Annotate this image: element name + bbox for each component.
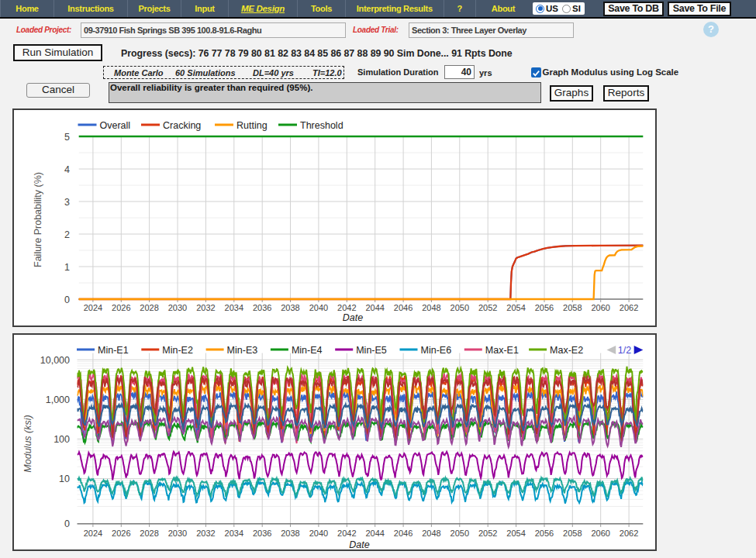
svg-text:2042: 2042 <box>337 529 356 538</box>
svg-text:Failure Probability (%): Failure Probability (%) <box>33 172 43 267</box>
svg-text:2024: 2024 <box>84 529 102 538</box>
svg-text:2: 2 <box>64 229 70 239</box>
svg-text:0: 0 <box>64 294 70 305</box>
svg-text:2040: 2040 <box>309 529 328 538</box>
svg-text:2050: 2050 <box>450 529 469 538</box>
svg-text:2056: 2056 <box>535 529 554 538</box>
svg-text:2042: 2042 <box>337 302 356 312</box>
svg-text:2026: 2026 <box>112 529 130 538</box>
svg-text:Max-E1: Max-E1 <box>485 344 519 355</box>
svg-text:2038: 2038 <box>281 302 299 312</box>
svg-text:4: 4 <box>64 164 70 174</box>
svg-text:5: 5 <box>64 131 70 142</box>
svg-text:2044: 2044 <box>365 529 384 538</box>
svg-text:2058: 2058 <box>563 302 582 312</box>
svg-text:2054: 2054 <box>506 302 525 312</box>
svg-text:2032: 2032 <box>196 529 215 538</box>
svg-text:Min-E4: Min-E4 <box>292 344 323 355</box>
svg-text:2062: 2062 <box>620 529 638 538</box>
svg-text:2032: 2032 <box>196 302 215 312</box>
svg-text:2052: 2052 <box>478 529 497 538</box>
svg-text:2034: 2034 <box>225 302 243 312</box>
svg-text:3: 3 <box>64 196 70 207</box>
svg-text:Min-E1: Min-E1 <box>98 344 129 355</box>
svg-text:Overall: Overall <box>100 119 131 130</box>
svg-text:2046: 2046 <box>394 302 413 312</box>
svg-text:100: 100 <box>54 434 70 445</box>
svg-text:2028: 2028 <box>140 529 158 538</box>
svg-text:Modulus (ksi): Modulus (ksi) <box>22 415 33 472</box>
svg-text:Min-E5: Min-E5 <box>356 344 387 355</box>
svg-text:2052: 2052 <box>478 302 497 312</box>
svg-text:2056: 2056 <box>535 302 554 312</box>
svg-text:2030: 2030 <box>168 529 187 538</box>
svg-text:2034: 2034 <box>225 529 243 538</box>
svg-text:2048: 2048 <box>422 529 440 538</box>
svg-text:Date: Date <box>343 312 363 322</box>
svg-text:2060: 2060 <box>591 529 609 538</box>
svg-text:2058: 2058 <box>563 529 582 538</box>
svg-text:1: 1 <box>64 261 70 272</box>
svg-text:10: 10 <box>59 474 70 484</box>
svg-text:Max-E2: Max-E2 <box>550 344 583 355</box>
svg-text:2062: 2062 <box>620 302 638 312</box>
svg-text:2060: 2060 <box>591 302 609 312</box>
svg-text:2040: 2040 <box>309 302 328 312</box>
svg-text:Rutting: Rutting <box>236 119 268 130</box>
svg-text:Min-E2: Min-E2 <box>162 344 193 355</box>
svg-text:2046: 2046 <box>394 529 413 538</box>
svg-text:2026: 2026 <box>112 302 130 312</box>
svg-text:1/2: 1/2 <box>618 345 631 356</box>
svg-text:2030: 2030 <box>168 302 187 312</box>
svg-text:Cracking: Cracking <box>163 119 201 130</box>
svg-text:Date: Date <box>349 539 369 549</box>
svg-text:Min-E3: Min-E3 <box>227 344 258 355</box>
svg-text:2054: 2054 <box>506 529 525 538</box>
svg-text:Min-E6: Min-E6 <box>421 344 452 355</box>
svg-text:10,000: 10,000 <box>40 354 70 365</box>
svg-text:2050: 2050 <box>450 302 469 312</box>
svg-text:2036: 2036 <box>253 302 271 312</box>
svg-text:2038: 2038 <box>281 529 299 538</box>
svg-text:1,000: 1,000 <box>46 394 70 405</box>
svg-text:2048: 2048 <box>422 302 440 312</box>
svg-text:2024: 2024 <box>84 302 102 312</box>
svg-text:Threshold: Threshold <box>300 119 343 130</box>
svg-text:2036: 2036 <box>253 529 271 538</box>
svg-text:2044: 2044 <box>365 302 384 312</box>
svg-text:2028: 2028 <box>140 302 158 312</box>
svg-text:0: 0 <box>64 518 70 529</box>
